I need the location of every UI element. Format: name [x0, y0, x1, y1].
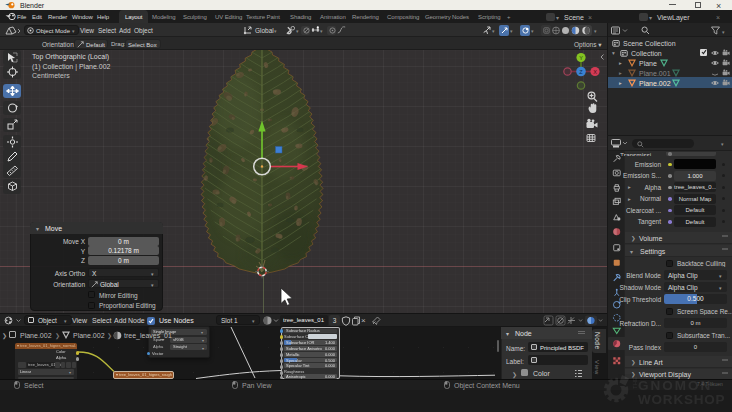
svg-text:Y: Y [579, 55, 583, 61]
svg-text:WORKSHOP: WORKSHOP [638, 392, 725, 407]
svg-text:X: X [593, 69, 597, 75]
